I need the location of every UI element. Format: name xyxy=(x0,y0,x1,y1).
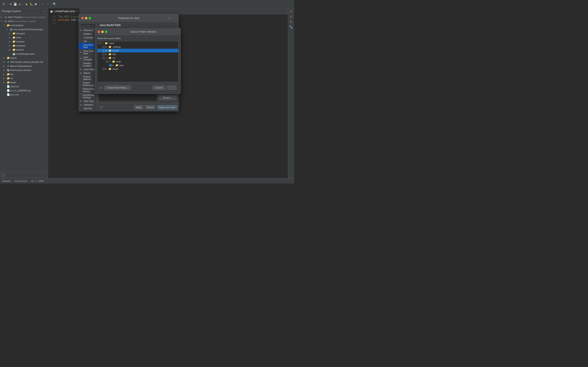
nav-item-maven[interactable]: ▶ Maven xyxy=(79,71,97,75)
save-icon[interactable]: 💾 xyxy=(13,2,17,6)
tree-item-c2engine[interactable]: ▶ 📁 c2engine xyxy=(0,31,48,35)
editor-tab-lonely-dragon[interactable]: ☕ LonelyDragon.java ✕ xyxy=(48,8,80,14)
tree-item-hs-err[interactable]: 📄 hs_err_pid85805.log xyxy=(0,89,48,92)
tree-item-lonely-dragon-java[interactable]: ☕ LonelyDragon.java xyxy=(0,52,48,56)
folder-tree-item-java[interactable]: — ▶ 📁 java xyxy=(97,63,178,67)
log-icon: 📄 xyxy=(7,89,10,92)
folder-checkbox[interactable] xyxy=(102,46,105,48)
folder-minimize-btn[interactable] xyxy=(101,31,104,33)
search-icon[interactable]: 🔍 xyxy=(53,2,56,6)
tree-item-jre[interactable]: ▶ ⚙ JRE System Library [JavaSE-11] xyxy=(0,60,48,64)
folder-tree-item-target[interactable]: ▶ 📁 target xyxy=(97,67,178,71)
run-icon[interactable]: ▶ xyxy=(25,2,29,6)
folder-help-icon[interactable]: ? xyxy=(99,86,103,89)
nav-item-java-code-style[interactable]: ▶ Java Code Style xyxy=(79,49,97,55)
dialog-back-button[interactable]: ◁ xyxy=(167,17,169,20)
tree-item-target[interactable]: ▶ 📁 target xyxy=(0,80,48,84)
folder-ok-button[interactable]: OK xyxy=(167,85,176,90)
tree-label: JRE System Library [JavaSE-11] xyxy=(10,61,43,63)
folder-tree-item-main[interactable]: ▼ 📁 main xyxy=(97,60,178,63)
tree-item-constant[interactable]: ▶ 📁 constant xyxy=(0,40,48,44)
nav-item-refactoring-history[interactable]: Refactoring History xyxy=(79,87,97,93)
stop-icon[interactable]: ⏹ xyxy=(34,2,38,6)
apply-button[interactable]: Apply xyxy=(134,105,143,109)
nav-item-validation[interactable]: ▶ Validation xyxy=(79,103,97,107)
right-panel-icon-3[interactable]: ⚙ xyxy=(289,20,293,24)
back-icon[interactable]: ← xyxy=(41,2,45,6)
tree-item-src-main-java[interactable]: ▼ 📂 src/main/java xyxy=(0,23,48,27)
tree-item-network[interactable]: ▶ 📁 network xyxy=(0,48,48,52)
folder-icon: 📁 xyxy=(108,57,112,59)
folder-tree[interactable]: ▼ 📁 client ▶ 📁 .settings ✓ ▶ xyxy=(97,41,178,82)
nav-filter-input[interactable] xyxy=(80,24,95,27)
help-icon[interactable]: ? xyxy=(99,106,103,109)
folder-cancel-button[interactable]: Cancel xyxy=(152,85,165,90)
nav-item-run-debug[interactable]: Run/Debug Settings xyxy=(79,93,97,99)
footer-buttons: Apply Cancel Apply and Close xyxy=(134,105,177,109)
folder-checkbox[interactable] xyxy=(99,42,101,44)
tree-item-maven-deps[interactable]: ▶ ⚙ Maven Dependencies xyxy=(0,64,48,68)
menu-icon[interactable]: ☰ xyxy=(2,2,5,6)
folder-checkbox[interactable] xyxy=(106,60,108,63)
tree-item-exception[interactable]: ▶ 📁 exception xyxy=(0,44,48,48)
right-panel-icon-2[interactable]: ⊙ xyxy=(289,14,293,19)
folder-checkbox[interactable]: ✓ xyxy=(102,49,105,52)
tree-item-client-iml[interactable]: 📄 client.iml xyxy=(0,84,48,89)
tree-item-assets[interactable]: ▶ 📁 assets xyxy=(0,56,48,60)
nav-item-builders[interactable]: Builders xyxy=(79,32,97,36)
folder-close-btn[interactable] xyxy=(98,31,100,33)
tree-item-client-pkg[interactable]: ▶ 📁 client xyxy=(0,35,48,40)
nav-item-wikitext[interactable]: WikiText xyxy=(79,107,97,110)
nav-item-project-references[interactable]: Project References xyxy=(79,81,97,87)
maximize-traffic-light[interactable] xyxy=(89,17,91,19)
folder-tree-item-settings[interactable]: ▶ 📁 .settings xyxy=(97,45,178,49)
apply-close-button[interactable]: Apply and Close xyxy=(157,105,177,109)
sidebar-help-icon[interactable]: ? xyxy=(2,174,5,177)
sidebar-close-button[interactable]: ✕ xyxy=(43,10,46,12)
tree-item-package[interactable]: ▼ ▦ com.congcoi123.lonely.dragon xyxy=(0,27,48,31)
tree-arrow: ▶ xyxy=(3,81,6,83)
cancel-button[interactable]: Cancel xyxy=(145,105,156,109)
create-new-folder-button[interactable]: Create New Folder... xyxy=(104,85,131,90)
folder-checkbox[interactable] xyxy=(102,57,105,59)
tree-area[interactable]: ▶ 🗂 Other Projects [lonely-dragon master… xyxy=(0,14,48,172)
nav-item-task-tags[interactable]: ▶ Task Tags xyxy=(79,99,97,103)
nav-item-java-compiler[interactable]: ▶ Java Compiler xyxy=(79,55,97,61)
folder-icon: 📁 xyxy=(12,48,16,51)
tree-item-pom-xml[interactable]: 📄 pom.xml xyxy=(0,92,48,97)
dialog-forward-button[interactable]: ▷ xyxy=(170,17,172,20)
print-icon[interactable]: 🖨 xyxy=(18,2,21,6)
right-panel-icon-1[interactable]: ⊡ xyxy=(289,9,293,13)
forward-icon[interactable]: → xyxy=(45,2,49,6)
tab-close-button[interactable]: ✕ xyxy=(76,10,78,12)
folder-tree-item-src[interactable]: ▼ 📁 src xyxy=(97,56,178,60)
debug-icon[interactable]: 🐛 xyxy=(29,2,33,6)
nav-item-java-build-path[interactable]: Java Build Path xyxy=(79,43,97,49)
tree-arrow: ▶ xyxy=(9,41,12,43)
folder-tree-item-client[interactable]: ▼ 📁 client xyxy=(97,42,178,45)
new-icon[interactable]: ⊞ xyxy=(9,2,12,6)
folder-tree-item-libs[interactable]: ▶ 📁 libs xyxy=(97,52,178,56)
tree-item-libs[interactable]: ▶ 📁 libs xyxy=(0,72,48,76)
nav-item-java-editor[interactable]: ▶ Java Editor xyxy=(79,67,97,71)
tree-item-client[interactable]: ▼ 🗂 client [lonely-dragon master] xyxy=(0,19,48,23)
folder-checkbox[interactable]: — xyxy=(109,64,112,67)
nav-item-javadoc-location[interactable]: Javadoc Location xyxy=(79,61,97,67)
folder-checkbox[interactable] xyxy=(102,68,105,70)
dialog-menu-button[interactable]: ⋮ xyxy=(173,16,176,20)
tree-item-src[interactable]: ▶ 📁 src xyxy=(0,76,48,80)
folder-checkbox[interactable] xyxy=(102,53,105,55)
nav-item-git[interactable]: Git xyxy=(79,39,97,43)
close-traffic-light[interactable] xyxy=(81,17,84,19)
folder-tree-item-assets[interactable]: ✓ ▶ 📁 assets xyxy=(97,49,178,52)
folder-maximize-btn[interactable] xyxy=(105,31,107,33)
tree-item-referenced-libs[interactable]: ▶ 📚 Referenced Libraries xyxy=(0,68,48,72)
nav-item-coverage[interactable]: Coverage xyxy=(79,36,97,39)
browse-button[interactable]: Browse... xyxy=(159,95,176,100)
right-panel-icon-4[interactable]: 🔧 xyxy=(289,25,293,29)
minimize-traffic-light[interactable] xyxy=(85,17,87,19)
tree-arrow: ▶ xyxy=(9,36,12,39)
nav-item-project-natures[interactable]: Project Natures xyxy=(79,75,97,81)
nav-item-resource[interactable]: ▶ Resource xyxy=(79,28,97,32)
tree-item-other-projects[interactable]: ▶ 🗂 Other Projects [lonely-dragon master… xyxy=(0,15,48,19)
